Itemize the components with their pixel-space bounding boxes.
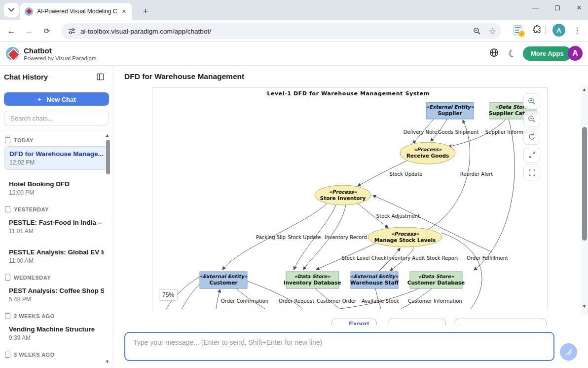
chat-item-title: PEST Analysis: Coffee Shop S... bbox=[9, 287, 104, 294]
svg-text:Inventory Audit: Inventory Audit bbox=[387, 255, 425, 261]
dfd-node-manage-stock-levels: «Process» Manage Stock Levels bbox=[368, 227, 442, 247]
dfd-svg: Level-1 DFD for Warehouse Management Sys… bbox=[152, 88, 547, 309]
visual-paradigm-link[interactable]: Visual Paradigm bbox=[55, 55, 97, 61]
bookmark-star-icon[interactable]: ☆ bbox=[489, 26, 496, 37]
zoom-page-icon[interactable] bbox=[473, 27, 481, 35]
section-header-3-weeks-ago: 3 WEEKS AGO bbox=[5, 352, 113, 358]
plus-icon: + bbox=[37, 95, 42, 103]
zoom-out-button[interactable] bbox=[523, 111, 540, 127]
svg-text:Stock Update: Stock Update bbox=[288, 235, 321, 240]
browser-tab[interactable]: AI-Powered Visual Modeling Ch ✕ bbox=[20, 3, 132, 20]
chat-item[interactable]: Hotel Booking DFD 12:00 PM bbox=[4, 177, 109, 200]
site-info-icon[interactable] bbox=[68, 28, 75, 35]
svg-text:«Process»: «Process» bbox=[329, 189, 357, 195]
language-globe-icon[interactable] bbox=[489, 48, 499, 60]
chat-item[interactable]: PESTLE Analysis: Global EV In... 11:00 A… bbox=[4, 245, 109, 268]
svg-text:Manage Stock Levels: Manage Stock Levels bbox=[374, 237, 436, 243]
fullscreen-button[interactable] bbox=[523, 164, 540, 180]
chat-item-time: 11:01 AM bbox=[9, 228, 104, 235]
svg-text:Stock Level Check: Stock Level Check bbox=[341, 255, 386, 261]
calendar-icon bbox=[5, 352, 10, 358]
toolbar-extensions: ↓ A ⋮ bbox=[514, 24, 588, 37]
svg-text:«Process»: «Process» bbox=[414, 147, 442, 152]
tab-search-button[interactable] bbox=[4, 3, 19, 17]
svg-text:«External Entity»: «External Entity» bbox=[351, 274, 399, 280]
browser-window: AI-Powered Visual Modeling Ch ✕ + — ✕ ← … bbox=[0, 0, 588, 368]
message-input[interactable] bbox=[124, 332, 554, 361]
back-button[interactable]: ← bbox=[5, 25, 18, 38]
reading-list-icon[interactable]: ↓ bbox=[514, 25, 522, 35]
chat-item-selected[interactable]: DFD for Warehouse Manage... 12:02 PM bbox=[4, 146, 109, 170]
browser-menu-icon[interactable]: ⋮ bbox=[573, 26, 581, 35]
send-button[interactable] bbox=[560, 343, 577, 361]
svg-text:Available Stock: Available Stock bbox=[362, 298, 399, 304]
dfd-node-inventory-database: «Data Store» Inventory Database bbox=[284, 272, 341, 288]
svg-text:Supplier: Supplier bbox=[438, 110, 462, 116]
user-avatar[interactable]: A bbox=[568, 46, 583, 61]
svg-text:Goods Shipment: Goods Shipment bbox=[438, 129, 479, 135]
svg-text:«Process»: «Process» bbox=[391, 231, 419, 237]
svg-text:Inventory Database: Inventory Database bbox=[284, 280, 341, 286]
app-title: Chatbot bbox=[24, 46, 52, 55]
chat-item[interactable]: PEST Analysis: Coffee Shop S... 5:48 PM bbox=[4, 284, 109, 306]
chat-item-time: 9:39 AM bbox=[9, 334, 104, 341]
sidebar-scrollbar[interactable] bbox=[106, 140, 110, 174]
svg-text:Customer Order: Customer Order bbox=[317, 298, 357, 304]
chevron-down-icon bbox=[8, 8, 14, 12]
reload-button[interactable]: ⟳ bbox=[40, 25, 53, 38]
svg-text:Customer Database: Customer Database bbox=[407, 280, 465, 286]
forward-button[interactable]: → bbox=[23, 25, 36, 38]
dfd-node-receive-goods: «Process» Receive Goods bbox=[400, 142, 455, 164]
main-scrollbar-thumb[interactable] bbox=[582, 127, 587, 241]
svg-text:«Data Store»: «Data Store» bbox=[294, 274, 331, 279]
chat-item[interactable]: PESTLE: Fast-Food in India – ... 11:01 A… bbox=[4, 215, 109, 238]
svg-text:Order Request: Order Request bbox=[279, 298, 314, 304]
svg-text:Order Fulfillment: Order Fulfillment bbox=[467, 255, 508, 261]
tab-close-icon[interactable]: ✕ bbox=[120, 7, 128, 16]
section-header-yesterday: YESTERDAY bbox=[5, 206, 113, 212]
diagram-title: Level-1 DFD for Warehouse Management Sys… bbox=[267, 90, 430, 97]
sidebar-scroll-up-icon[interactable]: ▲ bbox=[105, 133, 110, 138]
search-chats-input[interactable] bbox=[4, 111, 109, 125]
zoom-level-badge: 75% bbox=[159, 289, 178, 301]
browser-profile-avatar[interactable]: A bbox=[552, 24, 565, 37]
new-chat-button[interactable]: +New Chat bbox=[4, 92, 109, 106]
conversation-title: DFD for Warehouse Management bbox=[124, 72, 244, 81]
zoom-in-button[interactable] bbox=[523, 93, 540, 109]
minimize-icon[interactable]: — bbox=[532, 4, 540, 12]
chat-item-title: DFD for Warehouse Manage... bbox=[9, 150, 104, 158]
dfd-node-warehouse-staff: «External Entity» Warehouse Staff bbox=[350, 272, 399, 288]
dfd-node-store-inventory: «Process» Store Inventory bbox=[315, 185, 371, 205]
chatbot-logo-icon bbox=[6, 47, 19, 60]
chat-item-time: 12:02 PM bbox=[9, 159, 104, 166]
svg-text:«Data Store»: «Data Store» bbox=[418, 274, 454, 279]
visual-paradigm-favicon-icon bbox=[25, 7, 33, 16]
sidebar-collapse-icon[interactable] bbox=[97, 73, 104, 82]
url-text[interactable]: ai-toolbox.visual-paradigm.com/app/chatb… bbox=[80, 28, 473, 35]
section-header-wednesday: WEDNESDAY bbox=[5, 275, 113, 281]
chat-item[interactable]: Vending Machine Structure 9:39 AM bbox=[4, 322, 109, 345]
section-header-today: TODAY bbox=[5, 137, 113, 143]
chat-item-title: Vending Machine Structure bbox=[9, 326, 104, 333]
expand-button[interactable] bbox=[523, 147, 540, 163]
svg-text:Reorder Alert: Reorder Alert bbox=[460, 171, 493, 177]
close-icon[interactable]: ✕ bbox=[575, 4, 583, 12]
reset-view-button[interactable] bbox=[523, 129, 540, 145]
main-scroll-down-icon[interactable]: ▼ bbox=[582, 304, 587, 309]
extensions-puzzle-icon[interactable] bbox=[532, 24, 542, 36]
main-scroll-up-icon[interactable]: ▲ bbox=[582, 87, 587, 92]
maximize-icon[interactable] bbox=[553, 4, 561, 12]
svg-text:Stock Report: Stock Report bbox=[427, 255, 458, 261]
chat-item-time: 12:00 PM bbox=[9, 189, 104, 196]
new-chat-label: New Chat bbox=[46, 96, 75, 103]
chat-history-title: Chat History bbox=[4, 73, 48, 81]
calendar-icon bbox=[5, 206, 10, 212]
doc-badge-icon: ↓ bbox=[518, 31, 525, 37]
svg-text:Stock Update: Stock Update bbox=[389, 171, 422, 177]
message-input-bar bbox=[113, 325, 588, 368]
dark-mode-moon-icon[interactable]: ☾ bbox=[508, 48, 516, 59]
address-bar[interactable]: ai-toolbox.visual-paradigm.com/app/chatb… bbox=[61, 23, 501, 39]
more-apps-button[interactable]: More Apps bbox=[523, 46, 572, 61]
sidebar-scroll-down-icon[interactable]: ▼ bbox=[105, 359, 110, 364]
new-tab-button[interactable]: + bbox=[139, 5, 152, 18]
